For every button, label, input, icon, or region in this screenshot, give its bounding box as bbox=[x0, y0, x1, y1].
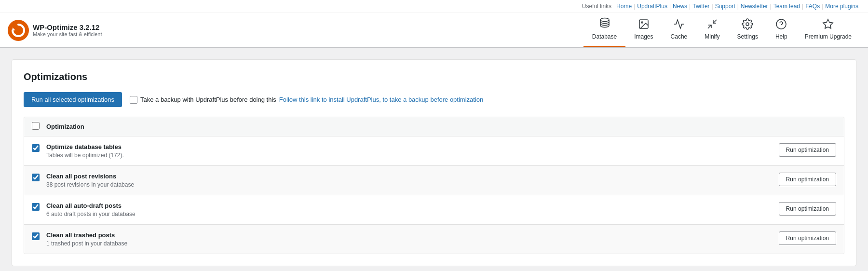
row-2-checkbox[interactable] bbox=[32, 174, 40, 181]
row-3-action: Run optimization bbox=[779, 202, 836, 216]
row-4-run-button[interactable]: Run optimization bbox=[779, 231, 836, 245]
images-icon bbox=[638, 18, 650, 31]
logo-text: WP-Optimize 3.2.12 Make your site fast &… bbox=[33, 23, 102, 37]
nav-cache-label: Cache bbox=[671, 33, 688, 40]
row-3-run-button[interactable]: Run optimization bbox=[779, 202, 836, 216]
row-1-checkbox[interactable] bbox=[32, 144, 40, 152]
svg-point-2 bbox=[600, 18, 609, 22]
nav-images-label: Images bbox=[634, 33, 653, 40]
database-icon bbox=[599, 17, 610, 31]
row-3-name: Clean all auto-draft posts bbox=[46, 202, 771, 209]
svg-point-4 bbox=[641, 22, 643, 23]
help-icon bbox=[775, 18, 787, 31]
full-header: Useful links Home | UpdraftPlus | News |… bbox=[0, 0, 868, 48]
logo-title: WP-Optimize 3.2.12 bbox=[33, 23, 102, 31]
link-more-plugins[interactable]: More plugins bbox=[823, 3, 860, 10]
row-4-check-col bbox=[32, 231, 46, 242]
link-teamlead[interactable]: Team lead bbox=[772, 3, 802, 10]
backup-link[interactable]: Follow this link to install UpdraftPlus,… bbox=[279, 96, 483, 103]
nav-item-cache[interactable]: Cache bbox=[662, 14, 696, 47]
row-4-desc: 1 trashed post in your database bbox=[46, 240, 771, 247]
link-faqs[interactable]: FAQs bbox=[803, 3, 822, 10]
header-logo-nav-row: WP-Optimize 3.2.12 Make your site fast &… bbox=[0, 13, 868, 47]
useful-links-list: Home | UpdraftPlus | News | Twitter | Su… bbox=[614, 3, 860, 10]
logo-icon bbox=[8, 20, 29, 41]
backup-text: Take a backup with UpdraftPlus before do… bbox=[140, 96, 276, 103]
row-3-checkbox[interactable] bbox=[32, 203, 40, 211]
svg-line-6 bbox=[713, 20, 717, 23]
minify-icon bbox=[706, 18, 718, 31]
run-all-button[interactable]: Run all selected optimizations bbox=[24, 92, 122, 107]
row-1-run-button[interactable]: Run optimization bbox=[779, 143, 836, 157]
useful-links-bar: Useful links Home | UpdraftPlus | News |… bbox=[0, 0, 868, 13]
table-row: Clean all post revisions 38 post revisio… bbox=[24, 166, 844, 195]
svg-line-5 bbox=[708, 25, 711, 28]
nav-settings-label: Settings bbox=[737, 33, 758, 40]
link-news[interactable]: News bbox=[671, 3, 689, 10]
settings-icon bbox=[742, 18, 753, 31]
nav-help-label: Help bbox=[775, 33, 787, 40]
main-wrapper: Optimizations Run all selected optimizat… bbox=[0, 48, 868, 271]
svg-point-8 bbox=[776, 19, 786, 29]
nav-database-label: Database bbox=[592, 33, 617, 40]
action-bar: Run all selected optimizations Take a ba… bbox=[24, 92, 844, 107]
row-2-check-col bbox=[32, 173, 46, 183]
row-1-name: Optimize database tables bbox=[46, 143, 771, 150]
backup-notice: Take a backup with UpdraftPlus before do… bbox=[130, 96, 483, 104]
useful-links-label: Useful links bbox=[582, 3, 611, 10]
row-2-desc: 38 post revisions in your database bbox=[46, 181, 771, 188]
row-1-desc: Tables will be optimized (172). bbox=[46, 152, 771, 159]
link-support[interactable]: Support bbox=[713, 3, 737, 10]
nav-item-images[interactable]: Images bbox=[625, 14, 662, 47]
row-1-check-col bbox=[32, 143, 46, 153]
row-4-action: Run optimization bbox=[779, 231, 836, 245]
row-2-name: Clean all post revisions bbox=[46, 173, 771, 180]
nav-minify-label: Minify bbox=[705, 33, 719, 40]
table-row: Clean all auto-draft posts 6 auto draft … bbox=[24, 195, 844, 225]
nav-item-help[interactable]: Help bbox=[767, 14, 796, 47]
row-4-info: Clean all trashed posts 1 trashed post i… bbox=[46, 231, 771, 247]
table-header-row: Optimization bbox=[24, 117, 844, 136]
optimization-table: Optimization Optimize database tables Ta… bbox=[24, 117, 844, 254]
logo-area: WP-Optimize 3.2.12 Make your site fast &… bbox=[8, 20, 102, 41]
row-4-name: Clean all trashed posts bbox=[46, 231, 771, 239]
link-twitter[interactable]: Twitter bbox=[691, 3, 711, 10]
row-2-info: Clean all post revisions 38 post revisio… bbox=[46, 173, 771, 188]
row-3-check-col bbox=[32, 202, 46, 212]
table-row: Optimize database tables Tables will be … bbox=[24, 136, 844, 166]
logo-subtitle: Make your site fast & efficient bbox=[33, 31, 102, 37]
row-1-action: Run optimization bbox=[779, 143, 836, 157]
row-1-info: Optimize database tables Tables will be … bbox=[46, 143, 771, 159]
row-2-action: Run optimization bbox=[779, 173, 836, 186]
nav-premium-label: Premium Upgrade bbox=[805, 33, 852, 40]
row-3-info: Clean all auto-draft posts 6 auto draft … bbox=[46, 202, 771, 217]
link-home[interactable]: Home bbox=[614, 3, 634, 10]
premium-icon bbox=[822, 18, 834, 31]
nav-item-settings[interactable]: Settings bbox=[729, 14, 767, 47]
svg-marker-10 bbox=[823, 19, 833, 28]
table-row: Clean all trashed posts 1 trashed post i… bbox=[24, 225, 844, 254]
link-newsletter[interactable]: Newsletter bbox=[739, 3, 770, 10]
nav-item-premium[interactable]: Premium Upgrade bbox=[796, 14, 860, 47]
link-updraftplus[interactable]: UpdraftPlus bbox=[635, 3, 669, 10]
nav-item-minify[interactable]: Minify bbox=[696, 14, 728, 47]
select-all-checkbox[interactable] bbox=[32, 122, 40, 130]
svg-point-7 bbox=[746, 23, 749, 26]
row-2-run-button[interactable]: Run optimization bbox=[779, 173, 836, 186]
header-checkbox-col bbox=[32, 122, 46, 131]
main-nav: Database Images Cache bbox=[583, 13, 860, 47]
row-3-desc: 6 auto draft posts in your database bbox=[46, 211, 771, 217]
cache-icon bbox=[673, 18, 685, 31]
optimization-col-header: Optimization bbox=[46, 123, 84, 130]
nav-item-database[interactable]: Database bbox=[583, 13, 625, 47]
page-title: Optimizations bbox=[24, 71, 844, 82]
backup-checkbox[interactable] bbox=[130, 96, 137, 104]
row-4-checkbox[interactable] bbox=[32, 232, 40, 240]
content-area: Optimizations Run all selected optimizat… bbox=[12, 59, 856, 266]
svg-point-0 bbox=[8, 20, 29, 41]
